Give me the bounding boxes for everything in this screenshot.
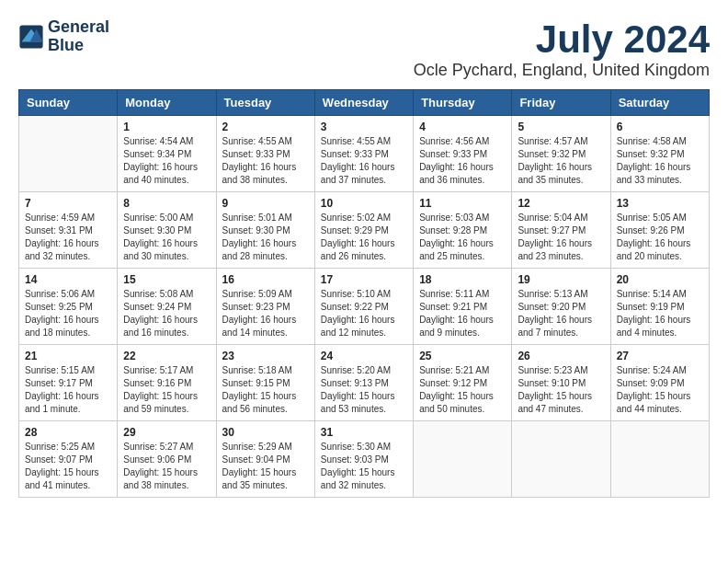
day-number: 27 (617, 350, 703, 362)
day-number: 13 (617, 197, 703, 210)
calendar-cell-w3-d6: 20Sunrise: 5:14 AM Sunset: 9:19 PM Dayli… (610, 269, 709, 345)
calendar-cell-w3-d4: 18Sunrise: 5:11 AM Sunset: 9:21 PM Dayli… (414, 269, 512, 345)
day-number: 7 (25, 197, 111, 210)
calendar-cell-w5-d2: 30Sunrise: 5:29 AM Sunset: 9:04 PM Dayli… (216, 421, 314, 498)
calendar-cell-w1-d6: 6Sunrise: 4:58 AM Sunset: 9:32 PM Daylig… (610, 116, 709, 192)
day-number: 26 (518, 350, 604, 362)
calendar-cell-w3-d2: 16Sunrise: 5:09 AM Sunset: 9:23 PM Dayli… (216, 269, 314, 345)
calendar-cell-w4-d5: 26Sunrise: 5:23 AM Sunset: 9:10 PM Dayli… (512, 345, 610, 421)
day-number: 8 (123, 197, 210, 210)
day-number: 5 (518, 121, 604, 133)
day-number: 2 (222, 121, 309, 133)
col-wednesday: Wednesday (314, 90, 413, 116)
cell-content: Sunrise: 5:30 AM Sunset: 9:03 PM Dayligh… (321, 441, 407, 492)
cell-content: Sunrise: 5:03 AM Sunset: 9:28 PM Dayligh… (419, 212, 506, 263)
calendar-cell-w3-d3: 17Sunrise: 5:10 AM Sunset: 9:22 PM Dayli… (314, 269, 413, 345)
day-number: 6 (617, 121, 703, 133)
calendar-cell-w5-d5 (512, 421, 610, 498)
day-number: 28 (25, 426, 111, 439)
calendar-cell-w3-d0: 14Sunrise: 5:06 AM Sunset: 9:25 PM Dayli… (19, 269, 118, 345)
calendar-cell-w3-d1: 15Sunrise: 5:08 AM Sunset: 9:24 PM Dayli… (118, 269, 216, 345)
day-number: 16 (222, 273, 309, 286)
cell-content: Sunrise: 5:13 AM Sunset: 9:20 PM Dayligh… (518, 288, 604, 339)
day-number: 21 (25, 350, 111, 362)
day-number: 23 (222, 350, 309, 362)
calendar-cell-w1-d5: 5Sunrise: 4:57 AM Sunset: 9:32 PM Daylig… (512, 116, 610, 192)
cell-content: Sunrise: 4:59 AM Sunset: 9:31 PM Dayligh… (25, 212, 111, 263)
calendar-cell-w2-d2: 9Sunrise: 5:01 AM Sunset: 9:30 PM Daylig… (216, 192, 314, 269)
day-number: 22 (123, 350, 210, 362)
cell-content: Sunrise: 5:11 AM Sunset: 9:21 PM Dayligh… (419, 288, 506, 339)
col-friday: Friday (512, 90, 610, 116)
calendar-cell-w4-d3: 24Sunrise: 5:20 AM Sunset: 9:13 PM Dayli… (314, 345, 413, 421)
cell-content: Sunrise: 5:01 AM Sunset: 9:30 PM Dayligh… (222, 212, 309, 263)
day-number: 30 (222, 426, 309, 439)
calendar-cell-w2-d0: 7Sunrise: 4:59 AM Sunset: 9:31 PM Daylig… (19, 192, 118, 269)
subtitle: Ocle Pychard, England, United Kingdom (414, 61, 710, 80)
week-row-5: 28Sunrise: 5:25 AM Sunset: 9:07 PM Dayli… (19, 421, 710, 498)
cell-content: Sunrise: 5:05 AM Sunset: 9:26 PM Dayligh… (617, 212, 703, 263)
calendar-cell-w2-d4: 11Sunrise: 5:03 AM Sunset: 9:28 PM Dayli… (414, 192, 512, 269)
day-number: 15 (123, 273, 210, 286)
col-monday: Monday (118, 90, 216, 116)
main-title: July 2024 (414, 18, 710, 61)
calendar-cell-w4-d4: 25Sunrise: 5:21 AM Sunset: 9:12 PM Dayli… (414, 345, 512, 421)
calendar-cell-w5-d3: 31Sunrise: 5:30 AM Sunset: 9:03 PM Dayli… (314, 421, 413, 498)
calendar-cell-w2-d5: 12Sunrise: 5:04 AM Sunset: 9:27 PM Dayli… (512, 192, 610, 269)
day-number: 4 (419, 121, 506, 133)
cell-content: Sunrise: 5:02 AM Sunset: 9:29 PM Dayligh… (321, 212, 407, 263)
calendar-cell-w1-d0 (19, 116, 118, 192)
cell-content: Sunrise: 5:08 AM Sunset: 9:24 PM Dayligh… (123, 288, 210, 339)
day-number: 31 (321, 426, 407, 439)
cell-content: Sunrise: 5:24 AM Sunset: 9:09 PM Dayligh… (617, 364, 703, 416)
cell-content: Sunrise: 5:06 AM Sunset: 9:25 PM Dayligh… (25, 288, 111, 339)
calendar-cell-w1-d3: 3Sunrise: 4:55 AM Sunset: 9:33 PM Daylig… (314, 116, 413, 192)
calendar-cell-w4-d0: 21Sunrise: 5:15 AM Sunset: 9:17 PM Dayli… (19, 345, 118, 421)
cell-content: Sunrise: 5:27 AM Sunset: 9:06 PM Dayligh… (123, 441, 210, 492)
cell-content: Sunrise: 4:58 AM Sunset: 9:32 PM Dayligh… (617, 135, 703, 187)
cell-content: Sunrise: 4:56 AM Sunset: 9:33 PM Dayligh… (419, 135, 506, 187)
day-number: 17 (321, 273, 407, 286)
logo: General Blue (18, 18, 109, 55)
day-number: 14 (25, 273, 111, 286)
cell-content: Sunrise: 4:55 AM Sunset: 9:33 PM Dayligh… (222, 135, 309, 187)
logo-text: General Blue (48, 18, 109, 55)
col-tuesday: Tuesday (216, 90, 314, 116)
cell-content: Sunrise: 5:25 AM Sunset: 9:07 PM Dayligh… (25, 441, 111, 492)
logo-line2: Blue (48, 37, 109, 55)
cell-content: Sunrise: 5:14 AM Sunset: 9:19 PM Dayligh… (617, 288, 703, 339)
cell-content: Sunrise: 5:10 AM Sunset: 9:22 PM Dayligh… (321, 288, 407, 339)
calendar-cell-w4-d6: 27Sunrise: 5:24 AM Sunset: 9:09 PM Dayli… (610, 345, 709, 421)
calendar-cell-w5-d0: 28Sunrise: 5:25 AM Sunset: 9:07 PM Dayli… (19, 421, 118, 498)
page-header: General Blue July 2024 Ocle Pychard, Eng… (18, 18, 710, 80)
week-row-2: 7Sunrise: 4:59 AM Sunset: 9:31 PM Daylig… (19, 192, 710, 269)
calendar-cell-w5-d4 (414, 421, 512, 498)
cell-content: Sunrise: 4:54 AM Sunset: 9:34 PM Dayligh… (123, 135, 210, 187)
day-number: 20 (617, 273, 703, 286)
day-number: 29 (123, 426, 210, 439)
col-sunday: Sunday (19, 90, 118, 116)
calendar-cell-w4-d1: 22Sunrise: 5:17 AM Sunset: 9:16 PM Dayli… (118, 345, 216, 421)
cell-content: Sunrise: 5:21 AM Sunset: 9:12 PM Dayligh… (419, 364, 506, 416)
day-number: 3 (321, 121, 407, 133)
logo-icon (18, 24, 44, 50)
cell-content: Sunrise: 5:15 AM Sunset: 9:17 PM Dayligh… (25, 364, 111, 416)
calendar-header-row: Sunday Monday Tuesday Wednesday Thursday… (19, 90, 710, 116)
cell-content: Sunrise: 5:18 AM Sunset: 9:15 PM Dayligh… (222, 364, 309, 416)
cell-content: Sunrise: 5:09 AM Sunset: 9:23 PM Dayligh… (222, 288, 309, 339)
cell-content: Sunrise: 5:29 AM Sunset: 9:04 PM Dayligh… (222, 441, 309, 492)
title-area: July 2024 Ocle Pychard, England, United … (414, 18, 710, 80)
cell-content: Sunrise: 4:57 AM Sunset: 9:32 PM Dayligh… (518, 135, 604, 187)
week-row-3: 14Sunrise: 5:06 AM Sunset: 9:25 PM Dayli… (19, 269, 710, 345)
col-thursday: Thursday (414, 90, 512, 116)
day-number: 12 (518, 197, 604, 210)
cell-content: Sunrise: 5:23 AM Sunset: 9:10 PM Dayligh… (518, 364, 604, 416)
calendar-cell-w5-d6 (610, 421, 709, 498)
calendar-cell-w2-d1: 8Sunrise: 5:00 AM Sunset: 9:30 PM Daylig… (118, 192, 216, 269)
calendar-cell-w2-d6: 13Sunrise: 5:05 AM Sunset: 9:26 PM Dayli… (610, 192, 709, 269)
day-number: 9 (222, 197, 309, 210)
calendar-table: Sunday Monday Tuesday Wednesday Thursday… (18, 89, 710, 498)
day-number: 11 (419, 197, 506, 210)
day-number: 1 (123, 121, 210, 133)
calendar-cell-w1-d2: 2Sunrise: 4:55 AM Sunset: 9:33 PM Daylig… (216, 116, 314, 192)
